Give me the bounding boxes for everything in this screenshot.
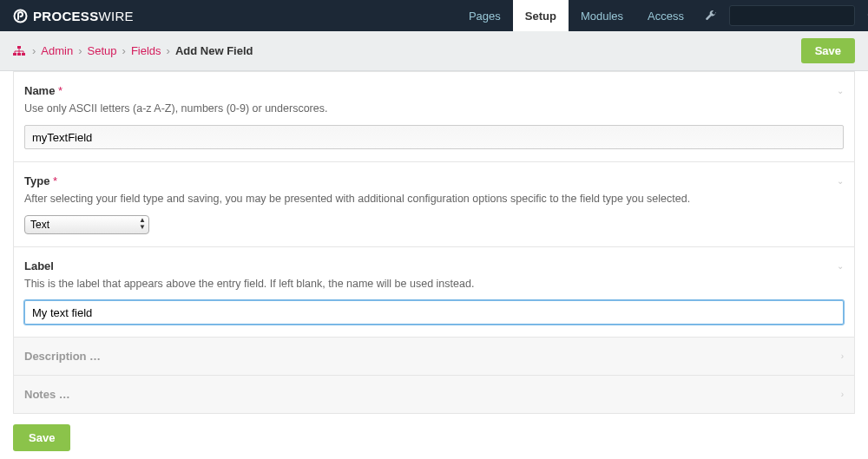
section-description[interactable]: › Description … — [13, 338, 855, 376]
type-desc: After selecting your field type and savi… — [24, 193, 844, 205]
required-asterisk: * — [58, 84, 62, 97]
chevron-right-icon: › — [841, 390, 844, 399]
nav-access[interactable]: Access — [635, 0, 696, 31]
chevron-right-icon: › — [78, 44, 82, 57]
label-desc: This is the label that appears above the… — [24, 278, 844, 290]
search-box[interactable] — [729, 5, 855, 26]
label-input[interactable] — [24, 300, 844, 325]
required-asterisk: * — [53, 174, 57, 187]
section-type: ⌄ Type * After selecting your field type… — [13, 162, 855, 247]
chevron-down-icon[interactable]: ⌄ — [837, 86, 844, 95]
name-label: Name — [24, 84, 55, 97]
footer: Save — [0, 414, 868, 459]
crumb-setup[interactable]: Setup — [88, 44, 117, 57]
label-label: Label — [24, 259, 54, 272]
section-notes[interactable]: › Notes … — [13, 376, 855, 414]
search-input[interactable] — [737, 10, 867, 22]
description-label: Description … — [24, 350, 101, 363]
chevron-right-icon: › — [32, 44, 36, 57]
crumb-fields[interactable]: Fields — [131, 44, 161, 57]
logo[interactable]: PROCESSWIRE — [13, 9, 134, 23]
svg-rect-3 — [17, 46, 21, 49]
chevron-down-icon[interactable]: ⌄ — [837, 176, 844, 186]
section-label: ⌄ Label This is the label that appears a… — [13, 247, 855, 338]
topbar: PROCESSWIRE Pages Setup Modules Access — [0, 0, 868, 31]
page-title: Add New Field — [175, 44, 253, 57]
breadcrumb: › Admin › Setup › Fields › Add New Field — [13, 44, 253, 57]
wrench-icon[interactable] — [705, 10, 717, 22]
brand-light: WIRE — [98, 9, 133, 23]
chevron-right-icon: › — [841, 351, 844, 361]
logo-mark-icon — [13, 9, 28, 23]
save-button-bottom[interactable]: Save — [13, 424, 70, 451]
section-name: ⌄ Name * Use only ASCII letters (a-z A-Z… — [13, 71, 855, 162]
svg-rect-5 — [17, 53, 21, 56]
nav-modules[interactable]: Modules — [569, 0, 635, 31]
svg-rect-6 — [22, 53, 25, 56]
nav-pages[interactable]: Pages — [457, 0, 513, 31]
name-input[interactable] — [24, 125, 844, 149]
chevron-right-icon: › — [122, 44, 126, 57]
save-button-top[interactable]: Save — [801, 38, 855, 63]
chevron-down-icon[interactable]: ⌄ — [837, 261, 844, 271]
crumb-admin[interactable]: Admin — [41, 44, 73, 57]
type-select[interactable]: Text — [24, 215, 149, 234]
name-desc: Use only ASCII letters (a-z A-Z), number… — [24, 102, 844, 115]
svg-rect-4 — [13, 53, 16, 56]
type-label: Type — [24, 174, 49, 187]
brand-bold: PROCESS — [33, 9, 98, 23]
nav-setup[interactable]: Setup — [513, 0, 569, 31]
notes-label: Notes … — [24, 388, 70, 401]
main-nav: Pages Setup Modules Access — [457, 0, 696, 31]
chevron-right-icon: › — [167, 44, 170, 57]
form: ⌄ Name * Use only ASCII letters (a-z A-Z… — [0, 71, 868, 414]
sitemap-icon[interactable] — [13, 46, 25, 56]
breadcrumb-bar: › Admin › Setup › Fields › Add New Field… — [0, 31, 868, 71]
